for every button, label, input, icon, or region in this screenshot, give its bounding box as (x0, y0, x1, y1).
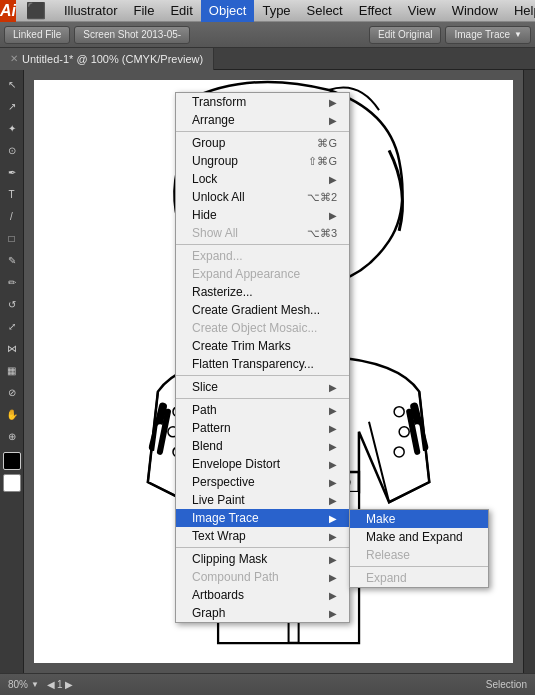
menu-clipping-mask[interactable]: Clipping Mask ▶ (176, 550, 349, 568)
arrow-icon: ▶ (329, 495, 337, 506)
menu-create-object-mosaic: Create Object Mosaic... (176, 319, 349, 337)
menu-hide[interactable]: Hide ▶ (176, 206, 349, 224)
zoom-tool[interactable]: ⊕ (2, 426, 22, 446)
tab-bar: ✕ Untitled-1* @ 100% (CMYK/Preview) (0, 48, 535, 70)
menu-show-all: Show All ⌥⌘3 (176, 224, 349, 242)
menu-path[interactable]: Path ▶ (176, 401, 349, 419)
zoom-control[interactable]: 80% ▼ (8, 679, 39, 690)
chevron-down-icon: ▼ (514, 30, 522, 39)
arrow-icon: ▶ (329, 531, 337, 542)
menu-slice[interactable]: Slice ▶ (176, 378, 349, 396)
menu-perspective[interactable]: Perspective ▶ (176, 473, 349, 491)
arrow-icon: ▶ (329, 608, 337, 619)
edit-original-btn[interactable]: Edit Original (369, 26, 441, 44)
submenu-make[interactable]: Make (350, 510, 488, 528)
status-bar: 80% ▼ ◀ 1 ▶ Selection (0, 673, 535, 695)
scale-tool[interactable]: ⤢ (2, 316, 22, 336)
menu-pattern[interactable]: Pattern ▶ (176, 419, 349, 437)
menu-text-wrap[interactable]: Text Wrap ▶ (176, 527, 349, 545)
tab-close-icon[interactable]: ✕ (10, 53, 18, 64)
tab-untitled[interactable]: ✕ Untitled-1* @ 100% (CMYK/Preview) (0, 48, 214, 70)
submenu-expand: Expand (350, 569, 488, 587)
object-menu: Transform ▶ Arrange ▶ Group ⌘G Ungroup ⇧… (175, 92, 350, 623)
menubar-illustrator[interactable]: Illustrator (56, 0, 125, 22)
submenu-release: Release (350, 546, 488, 564)
arrow-icon: ▶ (329, 441, 337, 452)
arrow-icon: ▶ (329, 554, 337, 565)
menu-expand-appearance: Expand Appearance (176, 265, 349, 283)
menu-envelope-distort[interactable]: Envelope Distort ▶ (176, 455, 349, 473)
arrow-icon: ▶ (329, 210, 337, 221)
image-trace-submenu: Make Make and Expand Release Expand (349, 509, 489, 588)
arrow-icon: ▶ (329, 97, 337, 108)
menu-flatten-transparency[interactable]: Flatten Transparency... (176, 355, 349, 373)
right-panel (523, 70, 535, 673)
menubar-object[interactable]: Object (201, 0, 255, 22)
menu-image-trace[interactable]: Image Trace ▶ Make Make and Expand Relea… (176, 509, 349, 527)
arrow-right-icon[interactable]: ▶ (65, 679, 73, 690)
menubar-help[interactable]: Help (506, 0, 535, 22)
separator (176, 131, 349, 132)
apple-menu[interactable]: ⬛ (16, 0, 56, 22)
menubar-select[interactable]: Select (299, 0, 351, 22)
separator (350, 566, 488, 567)
menubar-edit[interactable]: Edit (162, 0, 200, 22)
menubar-view[interactable]: View (400, 0, 444, 22)
arrow-icon: ▶ (329, 405, 337, 416)
menubar-type[interactable]: Type (254, 0, 298, 22)
menu-ungroup[interactable]: Ungroup ⇧⌘G (176, 152, 349, 170)
menu-rasterize[interactable]: Rasterize... (176, 283, 349, 301)
arrow-icon: ▶ (329, 477, 337, 488)
eyedropper-tool[interactable]: ⊘ (2, 382, 22, 402)
pen-tool[interactable]: ✒ (2, 162, 22, 182)
linked-file-btn[interactable]: Linked File (4, 26, 70, 44)
canvas-nav[interactable]: ◀ 1 ▶ (47, 679, 73, 690)
menu-unlock-all[interactable]: Unlock All ⌥⌘2 (176, 188, 349, 206)
menubar-window[interactable]: Window (444, 0, 506, 22)
lasso-tool[interactable]: ⊙ (2, 140, 22, 160)
pencil-tool[interactable]: ✏ (2, 272, 22, 292)
image-trace-btn[interactable]: Image Trace ▼ (445, 26, 531, 44)
arrow-icon: ▶ (329, 590, 337, 601)
line-tool[interactable]: / (2, 206, 22, 226)
magic-wand-tool[interactable]: ✦ (2, 118, 22, 138)
menu-graph[interactable]: Graph ▶ (176, 604, 349, 622)
chevron-down-icon: ▼ (31, 680, 39, 689)
main-area: ↖ ↗ ✦ ⊙ ✒ T / □ ✎ ✏ ↺ ⤢ ⋈ ▦ ⊘ ✋ ⊕ (0, 70, 535, 673)
menu-group[interactable]: Group ⌘G (176, 134, 349, 152)
rotate-tool[interactable]: ↺ (2, 294, 22, 314)
menubar-effect[interactable]: Effect (351, 0, 400, 22)
arrow-icon: ▶ (329, 174, 337, 185)
paintbrush-tool[interactable]: ✎ (2, 250, 22, 270)
selection-tool[interactable]: ↖ (2, 74, 22, 94)
menubar-file[interactable]: File (125, 0, 162, 22)
gradient-tool[interactable]: ▦ (2, 360, 22, 380)
menu-create-trim-marks[interactable]: Create Trim Marks (176, 337, 349, 355)
menu-create-gradient-mesh[interactable]: Create Gradient Mesh... (176, 301, 349, 319)
screenshot-btn[interactable]: Screen Shot 2013-05- (74, 26, 190, 44)
submenu-make-expand[interactable]: Make and Expand (350, 528, 488, 546)
menu-compound-path: Compound Path ▶ (176, 568, 349, 586)
tools-panel: ↖ ↗ ✦ ⊙ ✒ T / □ ✎ ✏ ↺ ⤢ ⋈ ▦ ⊘ ✋ ⊕ (0, 70, 24, 673)
direct-select-tool[interactable]: ↗ (2, 96, 22, 116)
rect-tool[interactable]: □ (2, 228, 22, 248)
arrow-icon: ▶ (329, 459, 337, 470)
arrow-icon: ▶ (329, 572, 337, 583)
blend-tool[interactable]: ⋈ (2, 338, 22, 358)
separator (176, 398, 349, 399)
arrow-left-icon[interactable]: ◀ (47, 679, 55, 690)
menu-live-paint[interactable]: Live Paint ▶ (176, 491, 349, 509)
menu-transform[interactable]: Transform ▶ (176, 93, 349, 111)
type-tool[interactable]: T (2, 184, 22, 204)
separator (176, 547, 349, 548)
menu-blend[interactable]: Blend ▶ (176, 437, 349, 455)
menu-arrange[interactable]: Arrange ▶ (176, 111, 349, 129)
fill-swatch[interactable] (3, 452, 21, 470)
arrow-icon: ▶ (329, 423, 337, 434)
menu-artboards[interactable]: Artboards ▶ (176, 586, 349, 604)
stroke-swatch[interactable] (3, 474, 21, 492)
hand-tool[interactable]: ✋ (2, 404, 22, 424)
separator (176, 244, 349, 245)
separator (176, 375, 349, 376)
menu-lock[interactable]: Lock ▶ (176, 170, 349, 188)
